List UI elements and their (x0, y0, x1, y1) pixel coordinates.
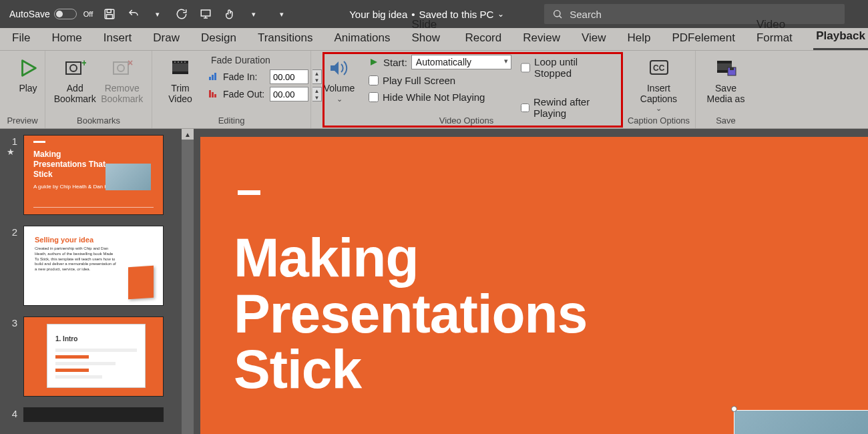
touch-mode-icon[interactable] (222, 7, 237, 21)
quick-access-toolbar: AutoSave Off ▾ ▾ ▾ (0, 7, 289, 21)
fade-in-row: Fade In: 00.00 ▲▼ (208, 69, 322, 84)
volume-button[interactable]: Volume ⌄ (319, 53, 359, 103)
rewind-input[interactable] (521, 103, 529, 113)
svg-rect-19 (209, 77, 211, 80)
thumbnail-1[interactable]: 1 ★ Making Presentations That Stick A gu… (7, 136, 188, 214)
play-full-screen-checkbox[interactable]: Play Full Screen (369, 75, 511, 86)
tab-design[interactable]: Design (198, 27, 239, 50)
volume-label: Volume (324, 83, 355, 93)
svg-rect-33 (730, 67, 734, 70)
workspace: ▲ 1 ★ Making Presentations That Stick A … (0, 129, 868, 434)
thumb2-title: Selling your idea (24, 226, 163, 246)
play-label: Play (19, 83, 37, 93)
save-icon[interactable] (102, 7, 117, 21)
tab-review[interactable]: Review (520, 27, 563, 50)
video-options-col1: Start: Automatically Play Full Screen Hi… (369, 53, 511, 103)
autosave-label: AutoSave (9, 9, 50, 19)
play-icon (16, 56, 40, 80)
thumb2-book-image (128, 266, 154, 300)
tab-view[interactable]: View (579, 27, 609, 50)
thumb-number: 4 (7, 408, 17, 421)
group-preview: Play Preview (0, 51, 45, 128)
svg-text:+: + (81, 58, 86, 68)
tab-animations[interactable]: Animations (331, 27, 393, 50)
fade-out-input[interactable]: 00.00 (270, 87, 308, 101)
remove-bookmark-icon: × (110, 56, 134, 80)
ribbon: Play Preview + Add Bookmark × Remove Boo… (0, 51, 868, 129)
animation-star-icon: ★ (7, 147, 17, 157)
tab-video-format[interactable]: Video Format (754, 14, 797, 50)
insert-captions-button[interactable]: CC Insert Captions ⌄ (630, 53, 687, 113)
present-start-icon[interactable] (198, 7, 213, 21)
thumbnail-3[interactable]: 3 1. Intro (7, 317, 188, 396)
autosave-state: Off (83, 10, 93, 18)
tab-file[interactable]: File (9, 27, 33, 50)
group-caption-options: CC Insert Captions ⌄ Caption Options (622, 51, 696, 128)
group-video-options: Volume ⌄ Start: Automatically Play Full … (311, 51, 622, 128)
thumb-slide-2[interactable]: Selling your idea Created in partnership… (24, 226, 163, 305)
svg-rect-24 (214, 94, 216, 97)
slide-canvas[interactable]: Making Presentations Stick (194, 129, 868, 434)
hide-not-playing-input[interactable] (369, 92, 379, 102)
svg-rect-23 (212, 92, 214, 97)
toggle-off-icon[interactable] (54, 9, 77, 19)
tab-slideshow[interactable]: Slide Show (409, 14, 447, 50)
qat-more-icon[interactable]: ▾ (274, 7, 289, 21)
add-bookmark-label: Add Bookmark (54, 83, 96, 104)
thumb-slide-3[interactable]: 1. Intro (24, 317, 163, 396)
scroll-up-icon[interactable]: ▲ (182, 129, 194, 140)
tab-insert[interactable]: Insert (101, 27, 135, 50)
svg-rect-22 (209, 90, 211, 97)
svg-rect-2 (107, 15, 113, 19)
undo-dropdown-icon[interactable]: ▾ (150, 7, 165, 21)
search-box[interactable]: Search (544, 4, 845, 24)
hide-not-playing-checkbox[interactable]: Hide While Not Playing (369, 91, 511, 103)
start-row: Start: Automatically (369, 55, 511, 69)
touch-dropdown-icon[interactable]: ▾ (246, 7, 261, 21)
fade-in-input[interactable]: 00.00 (270, 69, 308, 84)
tab-record[interactable]: Record (462, 27, 504, 50)
video-options-col2: Loop until Stopped Rewind after Playing (521, 53, 614, 119)
loop-checkbox[interactable]: Loop until Stopped (521, 56, 614, 79)
loop-input[interactable] (521, 63, 530, 73)
play-button[interactable]: Play (8, 53, 48, 93)
svg-text:CC: CC (653, 63, 665, 73)
thumb1-image (105, 164, 151, 190)
thumbnail-scrollbar[interactable]: ▲ (182, 129, 194, 434)
start-combo[interactable]: Automatically (411, 55, 511, 69)
slide-title[interactable]: Making Presentations Stick (234, 230, 868, 397)
add-bookmark-button[interactable]: + Add Bookmark (53, 53, 97, 104)
svg-marker-25 (331, 61, 339, 75)
svg-rect-21 (214, 73, 216, 80)
tab-pdfelement[interactable]: PDFelement (670, 27, 738, 50)
undo-icon[interactable] (126, 7, 141, 21)
thumb-slide-4[interactable] (24, 408, 163, 421)
loop-label: Loop until Stopped (534, 56, 614, 79)
slide-thumbnails-panel: ▲ 1 ★ Making Presentations That Stick A … (0, 129, 194, 434)
resize-handle[interactable] (731, 406, 737, 412)
group-label-captions: Caption Options (622, 116, 695, 126)
tab-transitions[interactable]: Transitions (255, 27, 316, 50)
remove-bookmark-button: × Remove Bookmark (101, 53, 144, 104)
insert-captions-label: Insert Captions (640, 83, 677, 104)
thumb-slide-1[interactable]: Making Presentations That Stick A guide … (24, 136, 163, 214)
redo-icon[interactable] (174, 7, 189, 21)
thumbnail-2[interactable]: 2 Selling your idea Created in partnersh… (7, 226, 188, 305)
group-label-preview: Preview (0, 116, 45, 126)
trim-video-button[interactable]: Trim Video (160, 53, 200, 104)
chevron-down-icon[interactable]: ⌄ (497, 9, 504, 19)
svg-rect-20 (212, 75, 214, 80)
thumb-number: 3 (7, 317, 17, 396)
group-label-bookmarks: Bookmarks (45, 116, 152, 126)
video-object[interactable] (734, 411, 868, 434)
tab-home[interactable]: Home (49, 27, 84, 50)
thumbnail-4[interactable]: 4 (7, 408, 188, 421)
tab-draw[interactable]: Draw (150, 27, 182, 50)
tab-help[interactable]: Help (625, 27, 654, 50)
save-media-button[interactable]: Save Media as (704, 53, 748, 104)
save-media-icon (714, 56, 738, 80)
tab-playback[interactable]: Playback (813, 25, 868, 50)
slide-content[interactable]: Making Presentations Stick (200, 137, 868, 434)
autosave-toggle[interactable]: AutoSave Off (9, 9, 93, 19)
play-full-screen-input[interactable] (369, 75, 379, 85)
